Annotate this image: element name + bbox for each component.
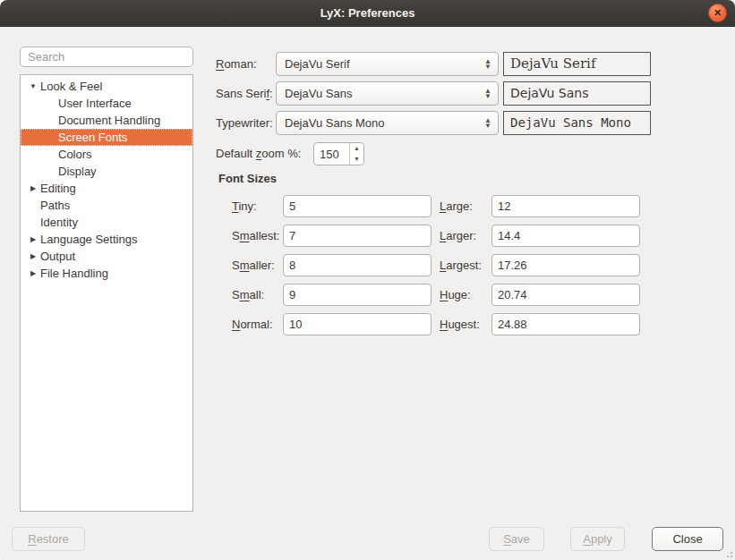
save-button[interactable]: Save [489, 527, 544, 551]
spinner-buttons: ▲ ▼ [349, 143, 363, 165]
typewriter-preview-field: DejaVu Sans Mono [503, 111, 651, 135]
titlebar: LyX: Preferences ✕ [0, 0, 735, 27]
hugest-label: Hugest: [440, 313, 480, 335]
largest-input[interactable] [491, 254, 640, 276]
sidebar-item-screen-fonts[interactable]: Screen Fonts [21, 129, 192, 146]
close-icon[interactable]: ✕ [708, 4, 727, 22]
chevron-right-icon[interactable]: ▶ [26, 180, 40, 197]
smaller-label: Smaller: [232, 254, 275, 276]
typewriter-label: Typewriter: [216, 111, 273, 135]
close-button[interactable]: Close [652, 527, 723, 551]
sidebar-item-document-handling[interactable]: Document Handling [21, 112, 192, 129]
sidebar-item-output[interactable]: ▶Output [21, 248, 192, 265]
default-zoom-label: Default zoom %: [216, 142, 301, 165]
tree-item-label: Output [40, 250, 75, 263]
sans-serif-combobox[interactable]: DejaVu Sans ▲▼ [276, 81, 499, 106]
chevron-down-icon[interactable]: ▼ [26, 78, 40, 95]
roman-combobox[interactable]: DejaVu Serif ▲▼ [276, 52, 499, 76]
smallest-label: Smallest: [232, 225, 279, 247]
largest-label: Largest: [440, 254, 482, 276]
chevron-right-icon[interactable]: ▶ [26, 248, 40, 265]
sidebar-item-user-interface[interactable]: User Interface [21, 95, 192, 112]
tree-item-label: Display [58, 165, 97, 178]
combo-updown-icon: ▲▼ [478, 118, 498, 129]
tree-item-label: Document Handling [58, 114, 160, 127]
roman-combobox-value: DejaVu Serif [277, 57, 478, 71]
small-input[interactable] [283, 284, 432, 306]
tree-item-label: File Handling [40, 267, 108, 280]
sidebar-item-colors[interactable]: Colors [21, 146, 192, 163]
combo-updown-icon: ▲▼ [478, 59, 498, 70]
font-sizes-heading: Font Sizes [218, 172, 277, 185]
huge-label: Huge: [440, 284, 471, 306]
spin-up-icon[interactable]: ▲ [350, 143, 363, 154]
tree-item-label: User Interface [58, 97, 132, 110]
tiny-label: Tiny: [232, 195, 257, 217]
chevron-right-icon[interactable]: ▶ [26, 231, 40, 248]
spin-down-icon[interactable]: ▼ [350, 154, 363, 165]
sidebar-item-display[interactable]: Display [21, 163, 192, 180]
normal-label: Normal: [232, 313, 273, 335]
tree-item-label: Identity [40, 216, 78, 229]
tree-item-label: Paths [40, 199, 70, 212]
sidebar-item-look-and-feel[interactable]: ▼Look & Feel [21, 78, 192, 95]
sidebar-item-language-settings[interactable]: ▶Language Settings [21, 231, 192, 248]
roman-preview-field: DejaVu Serif [503, 52, 651, 76]
preferences-window: LyX: Preferences ✕ ▼Look & Feel User Int… [0, 0, 735, 560]
sidebar-item-file-handling[interactable]: ▶File Handling [21, 265, 192, 282]
typewriter-combobox-value: DejaVu Sans Mono [277, 116, 478, 130]
category-tree: ▼Look & Feel User Interface Document Han… [20, 74, 193, 512]
smaller-input[interactable] [283, 254, 432, 276]
tiny-input[interactable] [283, 195, 432, 217]
sidebar-item-paths[interactable]: Paths [21, 197, 192, 214]
tree-item-label: Screen Fonts [58, 131, 127, 144]
sans-serif-combobox-value: DejaVu Sans [277, 87, 478, 100]
tree-item-label: Colors [58, 148, 92, 161]
sans-serif-preview-field: DejaVu Sans [503, 81, 651, 106]
hugest-input[interactable] [491, 313, 640, 335]
small-label: Small: [232, 284, 264, 306]
default-zoom-input[interactable] [314, 143, 349, 165]
tree-item-label: Look & Feel [40, 80, 102, 93]
sidebar-item-editing[interactable]: ▶Editing [21, 180, 192, 197]
search-input[interactable] [20, 47, 193, 67]
restore-button[interactable]: Restore [12, 527, 85, 551]
resize-grip[interactable] [722, 547, 734, 559]
default-zoom-spinner[interactable]: ▲ ▼ [313, 142, 364, 165]
chevron-right-icon[interactable]: ▶ [26, 265, 40, 282]
window-title: LyX: Preferences [0, 0, 735, 27]
smallest-input[interactable] [283, 225, 432, 247]
large-label: Large: [440, 195, 473, 217]
tree-item-label: Language Settings [40, 233, 137, 246]
tree-item-label: Editing [40, 182, 76, 195]
larger-input[interactable] [491, 225, 640, 247]
typewriter-combobox[interactable]: DejaVu Sans Mono ▲▼ [276, 111, 499, 135]
large-input[interactable] [491, 195, 640, 217]
apply-button[interactable]: Apply [570, 527, 625, 551]
sans-serif-label: Sans Serif: [216, 81, 273, 106]
larger-label: Larger: [440, 225, 476, 247]
roman-label: Roman: [216, 52, 257, 76]
normal-input[interactable] [283, 313, 432, 335]
huge-input[interactable] [491, 284, 640, 306]
sidebar-item-identity[interactable]: Identity [21, 214, 192, 231]
combo-updown-icon: ▲▼ [478, 89, 498, 99]
